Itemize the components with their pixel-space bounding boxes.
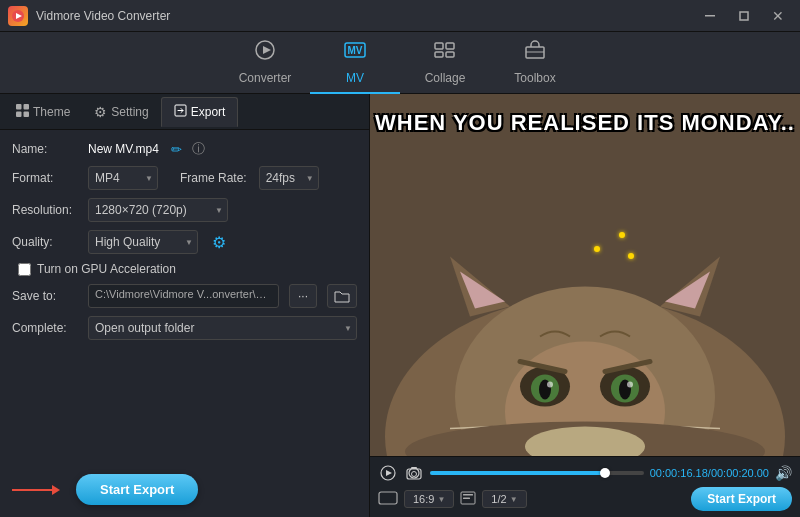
toolbox-icon [522,39,548,67]
mv-icon: MV [342,39,368,67]
svg-rect-16 [16,111,22,117]
tab-export[interactable]: Export [161,97,239,127]
topnav: Converter MV MV Collage [0,32,800,94]
svg-rect-2 [705,15,715,17]
progress-bar[interactable] [430,471,644,475]
saveto-folder-button[interactable] [327,284,357,308]
collage-icon [432,39,458,67]
svg-rect-11 [446,52,454,57]
nav-toolbox[interactable]: Toolbox [490,32,580,94]
tab-bar: Theme ⚙ Setting Export [0,94,369,130]
resolution-label: Resolution: [12,203,82,217]
saveto-row: Save to: C:\Vidmore\Vidmore V...onverter… [12,284,357,308]
setting-icon: ⚙ [94,104,107,120]
complete-row: Complete: Open output folder [12,316,357,340]
play-button[interactable] [378,463,398,483]
format-value: MP4 [95,171,120,185]
volume-icon[interactable]: 🔊 [775,465,792,481]
quality-value: High Quality [95,235,160,249]
resolution-row: Resolution: 1280×720 (720p) [12,198,357,222]
arrow-line [12,489,52,491]
quality-select[interactable]: High Quality [88,230,198,254]
svg-marker-5 [263,46,271,54]
format-select[interactable]: MP4 [88,166,158,190]
quality-row: Quality: High Quality ⚙ [12,230,357,254]
framerate-label: Frame Rate: [180,171,247,185]
time-display: 00:00:16.18/00:00:20.00 [650,467,769,479]
svg-rect-14 [16,104,22,110]
app-title: Vidmore Video Converter [36,9,696,23]
tab-theme[interactable]: Theme [4,98,82,126]
svg-point-49 [412,472,417,477]
svg-text:MV: MV [348,45,363,56]
cat-illustration [370,185,800,457]
export-icon [174,104,187,120]
tab-theme-label: Theme [33,105,70,119]
arrow-indicator [12,485,60,495]
ratio-button[interactable]: 16:9 [404,490,454,508]
svg-rect-15 [24,104,30,110]
complete-select[interactable]: Open output folder [88,316,357,340]
svg-rect-10 [435,52,443,57]
info-icon[interactable]: ⓘ [192,140,205,158]
playback-controls: 00:00:16.18/00:00:20.00 🔊 [378,463,792,483]
svg-marker-46 [386,470,392,476]
gpu-row: Turn on GPU Acceleration [12,262,357,276]
video-preview: WHEN YOU REALISED ITS MONDAY.. [370,94,800,456]
page-button[interactable]: 1/2 [482,490,526,508]
converter-icon [252,39,278,67]
gpu-checkbox[interactable] [18,263,31,276]
resolution-select[interactable]: 1280×720 (720p) [88,198,228,222]
tab-setting-label: Setting [111,105,148,119]
format-label: Format: [12,171,82,185]
nav-mv[interactable]: MV MV [310,32,400,94]
mv-label: MV [346,71,364,85]
theme-icon [16,104,29,120]
svg-point-32 [547,381,553,387]
progress-thumb [600,468,610,478]
name-label: Name: [12,142,82,156]
right-panel: WHEN YOU REALISED ITS MONDAY.. [370,94,800,517]
start-export-button[interactable]: Start Export [691,487,792,511]
quality-settings-button[interactable]: ⚙ [210,231,228,254]
left-panel: Theme ⚙ Setting Export Name: [0,94,370,517]
svg-rect-17 [24,111,30,117]
titlebar: Vidmore Video Converter ✕ [0,0,800,32]
nav-collage[interactable]: Collage [400,32,490,94]
svg-point-33 [627,381,633,387]
toolbox-label: Toolbox [514,71,555,85]
quality-label: Quality: [12,235,82,249]
framerate-value: 24fps [266,171,295,185]
resolution-value: 1280×720 (720p) [95,203,187,217]
progress-fill [430,471,605,475]
export-form: Name: New MV.mp4 ✏ ⓘ Format: MP4 Frame R… [0,130,369,462]
framerate-select[interactable]: 24fps [259,166,319,190]
app-logo [8,6,28,26]
gpu-label[interactable]: Turn on GPU Acceleration [37,262,176,276]
page-icon [460,491,476,508]
nav-converter[interactable]: Converter [220,32,310,94]
edit-icon[interactable]: ✏ [171,142,182,157]
name-row: Name: New MV.mp4 ✏ ⓘ [12,140,357,158]
minimize-button[interactable] [696,6,724,26]
tab-setting[interactable]: ⚙ Setting [82,98,160,126]
saveto-label: Save to: [12,289,82,303]
converter-label: Converter [239,71,292,85]
snapshot-button[interactable] [404,464,424,482]
svg-rect-8 [435,43,443,49]
maximize-button[interactable] [730,6,758,26]
format-row: Format: MP4 Frame Rate: 24fps [12,166,357,190]
video-controls: 00:00:16.18/00:00:20.00 🔊 16:9 [370,456,800,517]
saveto-browse-button[interactable]: ··· [289,284,317,308]
svg-rect-50 [411,467,417,469]
close-button[interactable]: ✕ [764,6,792,26]
arrow-head [52,485,60,495]
collage-label: Collage [425,71,466,85]
svg-rect-53 [463,494,473,496]
svg-rect-9 [446,43,454,49]
meme-text: WHEN YOU REALISED ITS MONDAY.. [370,110,800,136]
start-export-button-main[interactable]: Start Export [76,474,198,505]
complete-label: Complete: [12,321,82,335]
svg-rect-54 [463,497,470,499]
preview-frame: WHEN YOU REALISED ITS MONDAY.. [370,94,800,456]
